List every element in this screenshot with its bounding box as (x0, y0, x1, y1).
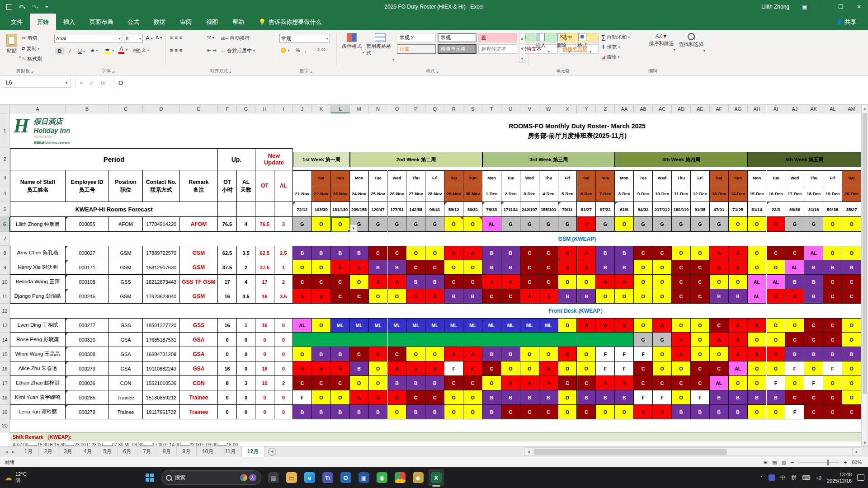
scroll-up-icon[interactable]: ▲ (862, 105, 868, 113)
sheet-tab-9月[interactable]: 9月 (177, 446, 197, 457)
row-header-20[interactable]: 20 (0, 419, 10, 432)
shift-cell-AB18[interactable]: F (634, 390, 653, 405)
shift-cell-AL8[interactable]: O (823, 246, 842, 260)
cell-G15-al[interactable]: 0 (237, 347, 255, 361)
column-header-K[interactable]: K (312, 105, 331, 113)
cell-empty-r5-F[interactable] (218, 202, 237, 217)
shift-cell-O18[interactable]: A (388, 390, 407, 405)
shift-cell-S13[interactable]: ML (463, 318, 482, 333)
shift-cell-S16[interactable]: E (463, 361, 482, 376)
sheet-tab-4月[interactable]: 4月 (78, 446, 98, 457)
sheet-tab-1月[interactable]: 1月 (19, 446, 39, 457)
shift-cell-AE19[interactable]: B (691, 405, 710, 419)
forecast-cell-16-Dec[interactable]: 22/3 (767, 202, 786, 217)
shift-cell-N6[interactable]: G (369, 217, 388, 232)
shift-cell-U19[interactable]: C (501, 405, 520, 419)
cell-I15-al-new[interactable]: 0 (274, 347, 293, 361)
forecast-cell-5-Dec[interactable]: 70/11 (558, 202, 577, 217)
sheet-tab-6月[interactable]: 6月 (118, 446, 137, 457)
forecast-cell-27-Nov[interactable]: 142/68 (406, 202, 425, 217)
column-header-T[interactable]: T (482, 105, 501, 113)
shift-cell-U16[interactable]: O (501, 361, 520, 376)
cell-C13-position[interactable]: GSS (109, 318, 143, 333)
zoom-slider[interactable] (798, 462, 839, 463)
undo-icon[interactable]: ↶▾ (19, 4, 25, 10)
shift-cell-AA15[interactable]: F (615, 347, 634, 361)
shift-cell-O19[interactable]: O (388, 405, 407, 419)
cell-I11-al-new[interactable]: 3.5 (274, 289, 293, 304)
cell-A11-name[interactable]: Django Peng 彭琨皓 (10, 289, 66, 304)
column-header-AL[interactable]: AL (823, 105, 842, 113)
shift-cell-AH14[interactable]: O (748, 333, 767, 347)
cell-H8-ot-new[interactable]: 62.5 (255, 246, 274, 260)
shift-cell-AB13[interactable]: O (634, 318, 653, 333)
shift-cell-L14[interactable] (331, 333, 350, 347)
cell-D17-contact[interactable]: 15521010536 (143, 376, 180, 390)
shift-cell-X10[interactable]: O (558, 275, 577, 289)
shift-cell-AA9[interactable]: B (615, 260, 634, 275)
shift-cell-Q14[interactable] (425, 333, 444, 347)
shift-cell-T10[interactable]: A (482, 275, 501, 289)
shift-cell-AE6[interactable]: G (691, 217, 710, 232)
shift-cell-AJ16[interactable]: F (785, 361, 804, 376)
day-header-11-Dec[interactable]: Thu (672, 170, 691, 185)
shift-cell-AI16[interactable]: O (767, 361, 786, 376)
cell-D9-contact[interactable]: 15812907630 (143, 260, 180, 275)
shift-cell-P16[interactable]: A (406, 361, 425, 376)
forecast-cell-15-Dec[interactable]: 61/14 (748, 202, 767, 217)
taskbar-icon-edge[interactable]: e (302, 469, 317, 486)
shift-cell-V16[interactable]: O (520, 361, 539, 376)
shift-cell-T6[interactable]: AL (482, 217, 501, 232)
shift-cell-M10[interactable]: O (350, 275, 369, 289)
shift-cell-W8[interactable]: C (539, 246, 558, 260)
shift-cell-K11[interactable]: A (312, 289, 331, 304)
vertical-scrollbar[interactable]: ▲▼ (861, 105, 868, 446)
shift-cell-U15[interactable]: B (501, 347, 520, 361)
shift-cell-AH18[interactable]: B (748, 390, 767, 405)
cell-I19-al-new[interactable]: 0 (274, 405, 293, 419)
sheet-tab-3月[interactable]: 3月 (58, 446, 78, 457)
shift-cell-Z9[interactable]: B (596, 260, 615, 275)
column-header-AD[interactable]: AD (672, 105, 691, 113)
shift-cell-O15[interactable]: C (388, 347, 407, 361)
day-header-19-Dec[interactable]: Fri (823, 170, 842, 185)
date-cell-12-Dec[interactable]: 12-Dec (691, 185, 710, 202)
cell-C18-position[interactable]: Trainee (109, 390, 143, 405)
shift-cell-Z15[interactable]: F (596, 347, 615, 361)
shift-cell-P9[interactable]: C (406, 260, 425, 275)
tell-me-box[interactable]: 💡 告诉我你想要做什么 (251, 14, 329, 30)
shift-cell-AA18[interactable]: B (615, 390, 634, 405)
minimize-button[interactable]: — (814, 0, 832, 14)
date-cell-14-Dec[interactable]: 14-Dec (729, 185, 748, 202)
cell-B11-id[interactable]: 000245 (66, 289, 109, 304)
shift-cell-AI9[interactable]: O (767, 260, 786, 275)
shift-cell-AH19[interactable]: O (748, 405, 767, 419)
shift-cell-Z10[interactable]: A (596, 275, 615, 289)
shift-cell-AM11[interactable]: C (842, 289, 861, 304)
shift-cell-N9[interactable]: B (369, 260, 388, 275)
row-header-18[interactable]: 18 (0, 390, 10, 405)
sheet-tab-10月[interactable]: 10月 (197, 446, 219, 457)
copy-button[interactable]: ⧉复制▾ (22, 45, 40, 52)
shift-cell-AH9[interactable]: O (748, 260, 767, 275)
shift-cell-N8[interactable]: C (369, 246, 388, 260)
shift-cell-P18[interactable]: C (406, 390, 425, 405)
shift-cell-AF14[interactable]: A (710, 333, 729, 347)
shift-cell-Z19[interactable]: O (596, 405, 615, 419)
forecast-cell-19-Dec[interactable]: 50*36 (823, 202, 842, 217)
page-break-view-icon[interactable]: ▥ (781, 460, 786, 465)
shift-cell-AK6[interactable]: G (804, 217, 823, 232)
shift-cell-M15[interactable]: C (350, 347, 369, 361)
shift-cell-L17[interactable]: C (331, 376, 350, 390)
column-header-C[interactable]: C (109, 105, 143, 113)
column-header-F[interactable]: F (218, 105, 237, 113)
column-header-Q[interactable]: Q (425, 105, 444, 113)
shift-cell-S15[interactable]: A (463, 347, 482, 361)
shift-cell-AE13[interactable]: O (691, 318, 710, 333)
shift-cell-W15[interactable]: O (539, 347, 558, 361)
shift-cell-Y16[interactable]: O (577, 361, 596, 376)
shift-cell-AI10[interactable]: AL (767, 275, 786, 289)
ribbon-tab-页面布局[interactable]: 页面布局 (82, 14, 120, 30)
shift-cell-AL10[interactable]: C (823, 275, 842, 289)
shift-cell-AB14[interactable]: G (634, 333, 653, 347)
